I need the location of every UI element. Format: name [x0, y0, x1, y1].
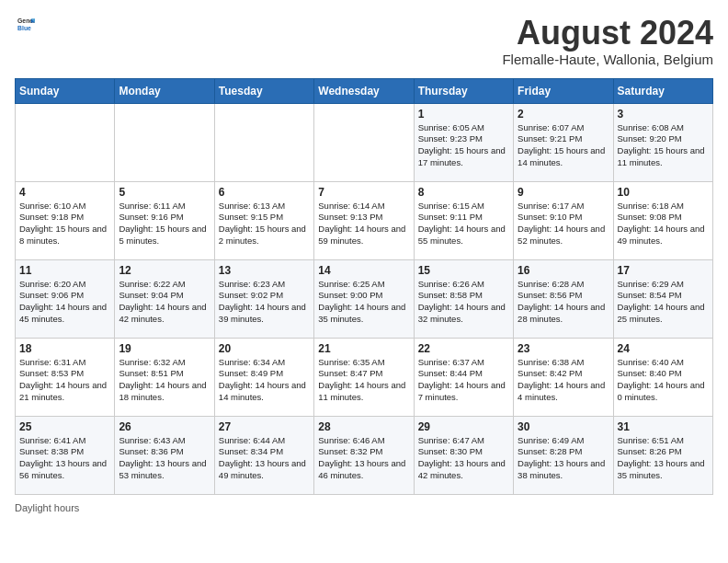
- day-number: 24: [618, 342, 709, 355]
- calendar-cell: 1Sunrise: 6:05 AM Sunset: 9:23 PM Daylig…: [414, 103, 513, 181]
- calendar-cell: [16, 103, 115, 181]
- calendar-cell: 16Sunrise: 6:28 AM Sunset: 8:56 PM Dayli…: [514, 259, 613, 338]
- day-detail: Sunrise: 6:11 AM Sunset: 9:16 PM Dayligh…: [119, 201, 210, 247]
- calendar-cell: 31Sunrise: 6:51 AM Sunset: 8:26 PM Dayli…: [613, 416, 712, 494]
- footer: Daylight hours: [15, 502, 713, 513]
- day-detail: Sunrise: 6:25 AM Sunset: 9:00 PM Dayligh…: [318, 279, 409, 326]
- subtitle: Flemalle-Haute, Wallonia, Belgium: [502, 52, 713, 67]
- day-detail: Sunrise: 6:28 AM Sunset: 8:56 PM Dayligh…: [518, 279, 609, 326]
- title-block: August 2024 Flemalle-Haute, Wallonia, Be…: [502, 15, 713, 67]
- day-detail: Sunrise: 6:49 AM Sunset: 8:28 PM Dayligh…: [518, 435, 609, 482]
- calendar-cell: 17Sunrise: 6:29 AM Sunset: 8:54 PM Dayli…: [613, 259, 712, 338]
- day-detail: Sunrise: 6:40 AM Sunset: 8:40 PM Dayligh…: [618, 357, 709, 404]
- day-detail: Sunrise: 6:51 AM Sunset: 8:26 PM Dayligh…: [618, 435, 709, 482]
- calendar-cell: 24Sunrise: 6:40 AM Sunset: 8:40 PM Dayli…: [613, 338, 712, 416]
- calendar-cell: [115, 103, 214, 181]
- day-detail: Sunrise: 6:18 AM Sunset: 9:08 PM Dayligh…: [618, 201, 709, 247]
- calendar-cell: 23Sunrise: 6:38 AM Sunset: 8:42 PM Dayli…: [514, 338, 613, 416]
- calendar-week-row: 18Sunrise: 6:31 AM Sunset: 8:53 PM Dayli…: [16, 338, 713, 416]
- weekday-header: Friday: [514, 78, 613, 103]
- day-number: 21: [318, 342, 409, 355]
- day-number: 22: [418, 342, 509, 355]
- day-number: 28: [318, 420, 409, 433]
- day-number: 23: [518, 342, 609, 355]
- calendar-cell: 3Sunrise: 6:08 AM Sunset: 9:20 PM Daylig…: [613, 103, 712, 181]
- weekday-header-row: SundayMondayTuesdayWednesdayThursdayFrid…: [16, 78, 713, 103]
- day-number: 1: [418, 108, 509, 121]
- day-number: 12: [119, 264, 210, 277]
- calendar-cell: 19Sunrise: 6:32 AM Sunset: 8:51 PM Dayli…: [115, 338, 214, 416]
- day-number: 19: [119, 342, 210, 355]
- day-detail: Sunrise: 6:05 AM Sunset: 9:23 PM Dayligh…: [418, 122, 509, 169]
- weekday-header: Thursday: [414, 78, 513, 103]
- day-number: 7: [318, 186, 409, 199]
- day-number: 3: [618, 108, 709, 121]
- calendar-cell: 29Sunrise: 6:47 AM Sunset: 8:30 PM Dayli…: [414, 416, 513, 494]
- day-detail: Sunrise: 6:38 AM Sunset: 8:42 PM Dayligh…: [518, 357, 609, 404]
- calendar-cell: 15Sunrise: 6:26 AM Sunset: 8:58 PM Dayli…: [414, 259, 513, 338]
- svg-text:Blue: Blue: [17, 25, 31, 31]
- day-number: 2: [518, 108, 609, 121]
- calendar-cell: 28Sunrise: 6:46 AM Sunset: 8:32 PM Dayli…: [314, 416, 414, 494]
- day-number: 18: [19, 342, 110, 355]
- day-number: 29: [418, 420, 509, 433]
- weekday-header: Wednesday: [314, 78, 414, 103]
- day-detail: Sunrise: 6:47 AM Sunset: 8:30 PM Dayligh…: [418, 435, 509, 482]
- weekday-header: Monday: [115, 78, 214, 103]
- day-detail: Sunrise: 6:26 AM Sunset: 8:58 PM Dayligh…: [418, 279, 509, 326]
- day-number: 13: [219, 264, 310, 277]
- day-number: 11: [19, 264, 110, 277]
- day-number: 6: [219, 186, 310, 199]
- day-detail: Sunrise: 6:15 AM Sunset: 9:11 PM Dayligh…: [418, 201, 509, 247]
- day-number: 27: [219, 420, 310, 433]
- calendar-week-row: 25Sunrise: 6:41 AM Sunset: 8:38 PM Dayli…: [16, 416, 713, 494]
- day-detail: Sunrise: 6:22 AM Sunset: 9:04 PM Dayligh…: [119, 279, 210, 326]
- day-detail: Sunrise: 6:20 AM Sunset: 9:06 PM Dayligh…: [19, 279, 110, 326]
- weekday-header: Saturday: [613, 78, 712, 103]
- day-detail: Sunrise: 6:35 AM Sunset: 8:47 PM Dayligh…: [318, 357, 409, 404]
- calendar-cell: 7Sunrise: 6:14 AM Sunset: 9:13 PM Daylig…: [314, 181, 414, 259]
- day-number: 5: [119, 186, 210, 199]
- calendar-cell: 26Sunrise: 6:43 AM Sunset: 8:36 PM Dayli…: [115, 416, 214, 494]
- day-detail: Sunrise: 6:29 AM Sunset: 8:54 PM Dayligh…: [618, 279, 709, 326]
- calendar-cell: 6Sunrise: 6:13 AM Sunset: 9:15 PM Daylig…: [214, 181, 313, 259]
- day-number: 9: [518, 186, 609, 199]
- day-detail: Sunrise: 6:10 AM Sunset: 9:18 PM Dayligh…: [19, 201, 110, 247]
- day-detail: Sunrise: 6:14 AM Sunset: 9:13 PM Dayligh…: [318, 201, 409, 247]
- day-number: 14: [318, 264, 409, 277]
- day-number: 8: [418, 186, 509, 199]
- day-detail: Sunrise: 6:23 AM Sunset: 9:02 PM Dayligh…: [219, 279, 310, 326]
- calendar-cell: 8Sunrise: 6:15 AM Sunset: 9:11 PM Daylig…: [414, 181, 513, 259]
- day-detail: Sunrise: 6:41 AM Sunset: 8:38 PM Dayligh…: [19, 435, 110, 482]
- calendar-cell: 18Sunrise: 6:31 AM Sunset: 8:53 PM Dayli…: [16, 338, 115, 416]
- calendar-cell: 5Sunrise: 6:11 AM Sunset: 9:16 PM Daylig…: [115, 181, 214, 259]
- day-number: 10: [618, 186, 709, 199]
- day-number: 17: [618, 264, 709, 277]
- calendar-cell: 14Sunrise: 6:25 AM Sunset: 9:00 PM Dayli…: [314, 259, 414, 338]
- day-detail: Sunrise: 6:44 AM Sunset: 8:34 PM Dayligh…: [219, 435, 310, 482]
- day-number: 30: [518, 420, 609, 433]
- calendar-cell: 20Sunrise: 6:34 AM Sunset: 8:49 PM Dayli…: [214, 338, 313, 416]
- day-number: 4: [19, 186, 110, 199]
- day-detail: Sunrise: 6:13 AM Sunset: 9:15 PM Dayligh…: [219, 201, 310, 247]
- calendar-cell: 21Sunrise: 6:35 AM Sunset: 8:47 PM Dayli…: [314, 338, 414, 416]
- day-number: 26: [119, 420, 210, 433]
- calendar-cell: 25Sunrise: 6:41 AM Sunset: 8:38 PM Dayli…: [16, 416, 115, 494]
- calendar-cell: 4Sunrise: 6:10 AM Sunset: 9:18 PM Daylig…: [16, 181, 115, 259]
- calendar-cell: 2Sunrise: 6:07 AM Sunset: 9:21 PM Daylig…: [514, 103, 613, 181]
- day-number: 20: [219, 342, 310, 355]
- calendar-cell: 9Sunrise: 6:17 AM Sunset: 9:10 PM Daylig…: [514, 181, 613, 259]
- calendar-week-row: 1Sunrise: 6:05 AM Sunset: 9:23 PM Daylig…: [16, 103, 713, 181]
- calendar-table: SundayMondayTuesdayWednesdayThursdayFrid…: [15, 78, 713, 495]
- weekday-header: Sunday: [16, 78, 115, 103]
- day-detail: Sunrise: 6:32 AM Sunset: 8:51 PM Dayligh…: [119, 357, 210, 404]
- calendar-cell: 11Sunrise: 6:20 AM Sunset: 9:06 PM Dayli…: [16, 259, 115, 338]
- main-title: August 2024: [502, 15, 713, 52]
- weekday-header: Tuesday: [214, 78, 313, 103]
- day-number: 31: [618, 420, 709, 433]
- day-number: 25: [19, 420, 110, 433]
- day-detail: Sunrise: 6:17 AM Sunset: 9:10 PM Dayligh…: [518, 201, 609, 247]
- calendar-cell: 22Sunrise: 6:37 AM Sunset: 8:44 PM Dayli…: [414, 338, 513, 416]
- day-detail: Sunrise: 6:31 AM Sunset: 8:53 PM Dayligh…: [19, 357, 110, 404]
- calendar-week-row: 4Sunrise: 6:10 AM Sunset: 9:18 PM Daylig…: [16, 181, 713, 259]
